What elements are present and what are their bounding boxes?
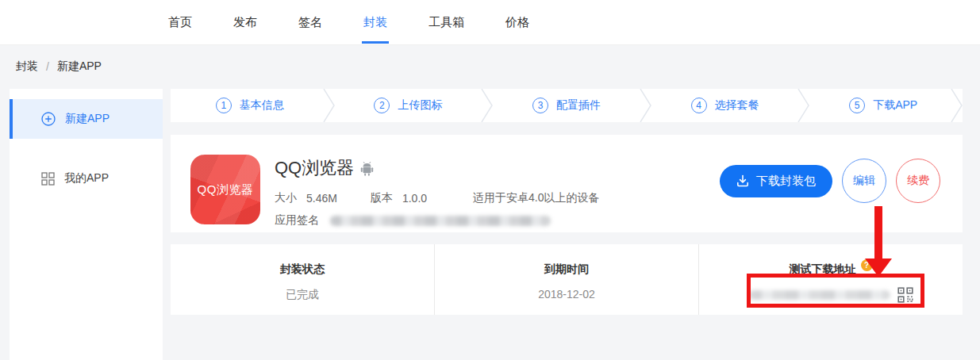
- test-download-column: 测试下载地址 ?: [698, 244, 963, 315]
- edit-button[interactable]: 编辑: [842, 159, 886, 203]
- signature-row: 应用签名: [275, 213, 600, 228]
- expiry-value: 2018-12-02: [538, 288, 595, 301]
- step-label: 上传图标: [398, 98, 442, 113]
- test-download-title: 测试下载地址: [790, 262, 856, 277]
- app-card: QQ浏览器 QQ浏览器 大小: [171, 135, 963, 232]
- step-number: 1: [216, 98, 232, 113]
- step-configure-plugins[interactable]: 3 配置插件: [487, 89, 646, 122]
- sidebar-item-label: 我的APP: [64, 171, 109, 186]
- redacted-signature-value: [330, 216, 551, 226]
- package-status-title: 封装状态: [280, 262, 325, 277]
- nav-item-price[interactable]: 价格: [504, 2, 531, 44]
- chevron-right-icon: [797, 89, 809, 122]
- plus-circle-icon: [41, 112, 56, 126]
- sidebar-item-label: 新建APP: [65, 112, 110, 126]
- nav-item-home[interactable]: 首页: [167, 2, 194, 44]
- signature-label: 应用签名: [275, 213, 319, 228]
- step-label: 选择套餐: [715, 98, 759, 113]
- step-label: 下载APP: [873, 98, 917, 113]
- step-select-plan[interactable]: 4 选择套餐: [646, 89, 805, 122]
- version-label: 版本: [371, 191, 393, 205]
- nav-item-publish[interactable]: 发布: [232, 2, 259, 44]
- grid-icon: [41, 172, 55, 186]
- nav-item-package[interactable]: 封装: [362, 2, 389, 44]
- nav-item-toolbox[interactable]: 工具箱: [427, 2, 466, 44]
- step-download-app[interactable]: 5 下载APP: [804, 89, 963, 122]
- size-value: 5.46M: [306, 192, 337, 205]
- help-icon[interactable]: ?: [861, 259, 873, 271]
- step-number: 4: [691, 98, 707, 113]
- chevron-right-icon: [481, 89, 493, 122]
- step-basic-info[interactable]: 1 基本信息: [171, 89, 329, 122]
- status-panel: 封装状态 已完成 到期时间 2018-12-02 测试下载地址 ?: [171, 244, 963, 315]
- steps-bar: 1 基本信息 2 上传图标 3 配置插件 4 选择套餐 5 下载APP: [171, 89, 963, 122]
- breadcrumb-section[interactable]: 封装: [16, 59, 38, 74]
- app-icon-label: QQ浏览器: [198, 182, 254, 197]
- sidebar-item-new-app[interactable]: 新建APP: [10, 99, 163, 139]
- step-label: 配置插件: [556, 98, 601, 113]
- breadcrumb: 封装 / 新建APP: [16, 59, 102, 74]
- package-status-column: 封装状态 已完成: [171, 244, 434, 315]
- chevron-right-icon: [323, 89, 335, 122]
- step-number: 5: [849, 98, 865, 113]
- app-info: QQ浏览器 大小 5.46M 版本: [275, 155, 600, 228]
- download-package-button[interactable]: 下载封装包: [720, 165, 832, 197]
- renew-button[interactable]: 续费: [896, 159, 940, 203]
- app-actions: 下载封装包 编辑 续费: [720, 155, 940, 203]
- expiry-title: 到期时间: [544, 262, 589, 277]
- step-upload-icon[interactable]: 2 上传图标: [329, 89, 488, 122]
- step-number: 2: [374, 98, 390, 113]
- app-icon: QQ浏览器: [190, 155, 260, 224]
- chevron-right-icon: [951, 89, 963, 122]
- compat-text: 适用于安卓4.0以上的设备: [473, 191, 599, 205]
- page: 首页 发布 签名 封装 工具箱 价格 封装 / 新建APP 新建APP 我的AP…: [0, 0, 980, 360]
- download-icon: [736, 174, 749, 187]
- step-number: 3: [532, 98, 548, 113]
- breadcrumb-separator: /: [46, 60, 49, 73]
- main-nav: 首页 发布 签名 封装 工具箱 价格: [167, 0, 531, 45]
- step-label: 基本信息: [240, 98, 284, 113]
- sidebar-item-my-app[interactable]: 我的APP: [10, 159, 163, 198]
- android-icon: [360, 161, 374, 176]
- version-value: 1.0.0: [402, 192, 427, 205]
- expiry-column: 到期时间 2018-12-02: [434, 244, 698, 315]
- app-title: QQ浏览器: [275, 156, 354, 180]
- redacted-download-url[interactable]: [749, 290, 890, 300]
- sidebar: 新建APP 我的APP: [10, 89, 163, 360]
- qr-code-icon[interactable]: [897, 287, 913, 303]
- chevron-right-icon: [640, 89, 651, 122]
- breadcrumb-current: 新建APP: [57, 59, 102, 74]
- nav-item-signature[interactable]: 签名: [297, 2, 324, 44]
- top-header: 首页 发布 签名 封装 工具箱 价格: [0, 0, 980, 45]
- package-status-value: 已完成: [286, 288, 319, 302]
- size-label: 大小: [275, 191, 297, 205]
- app-meta: 大小 5.46M 版本 1.0.0 适用于安卓4.0以上的设备: [275, 191, 600, 205]
- download-package-label: 下载封装包: [756, 174, 816, 189]
